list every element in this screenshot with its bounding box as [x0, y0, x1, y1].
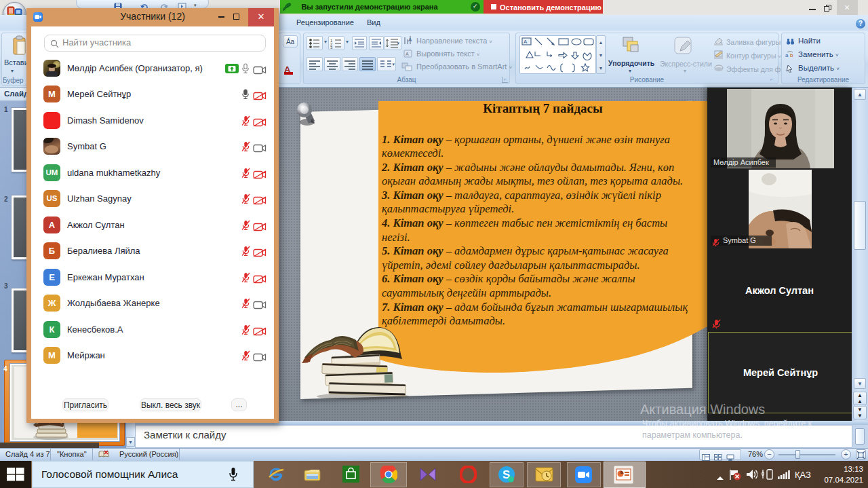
svg-text:A: A — [406, 52, 409, 56]
svg-text:b: b — [790, 52, 793, 58]
svg-text:3: 3 — [330, 45, 333, 50]
svg-text:A: A — [524, 39, 528, 45]
svg-text:A: A — [408, 37, 412, 43]
svg-text:a: a — [785, 52, 789, 58]
